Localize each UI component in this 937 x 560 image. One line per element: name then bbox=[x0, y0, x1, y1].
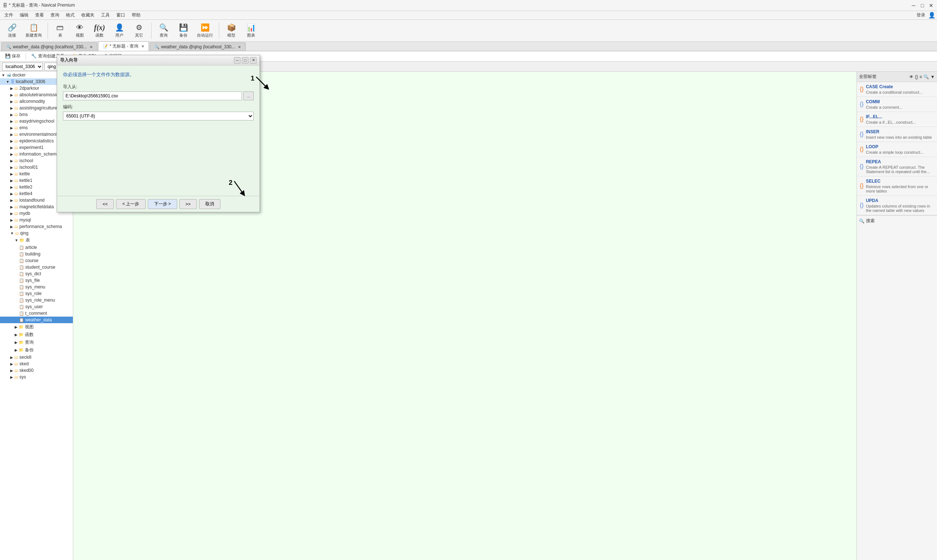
dialog-title: 导入向导 bbox=[60, 57, 78, 63]
import-from-label: 导入从: bbox=[63, 84, 254, 90]
import-from-row: 导入从: ... bbox=[63, 84, 254, 100]
dialog-overlay: 导入向导 ─ □ ✕ 你必须选择一个文件作为数据源。 导入从: ... 编码: … bbox=[0, 0, 937, 560]
dialog-minimize-button[interactable]: ─ bbox=[234, 57, 240, 64]
svg-text:2: 2 bbox=[229, 179, 232, 186]
first-step-button[interactable]: << bbox=[96, 199, 114, 209]
encoding-label: 编码: bbox=[63, 104, 254, 110]
annotation-arrow-1: 1 bbox=[249, 73, 271, 97]
dialog-content: 你必须选择一个文件作为数据源。 导入从: ... 编码: 65001 (UTF-… bbox=[57, 66, 260, 196]
svg-text:1: 1 bbox=[251, 75, 254, 82]
dialog-spacer bbox=[63, 124, 254, 190]
svg-line-1 bbox=[256, 77, 267, 88]
import-from-input-row: ... bbox=[63, 91, 254, 100]
dialog-close-button[interactable]: ✕ bbox=[250, 57, 257, 64]
dialog-titlebar: 导入向导 ─ □ ✕ bbox=[57, 55, 260, 66]
cancel-button[interactable]: 取消 bbox=[199, 199, 220, 209]
dialog-title-buttons: ─ □ ✕ bbox=[234, 57, 257, 64]
last-step-button[interactable]: >> bbox=[179, 199, 197, 209]
dialog-prompt: 你必须选择一个文件作为数据源。 bbox=[63, 71, 254, 78]
import-from-input[interactable] bbox=[63, 91, 242, 100]
annotation-arrow-2: 2 bbox=[227, 177, 249, 201]
next-step-button[interactable]: 下一步 > bbox=[148, 199, 177, 209]
encoding-select[interactable]: 65001 (UTF-8) 936 (GBK) UTF-16 ASCII bbox=[63, 112, 254, 120]
encoding-row: 编码: 65001 (UTF-8) 936 (GBK) UTF-16 ASCII bbox=[63, 104, 254, 120]
dialog-maximize-button[interactable]: □ bbox=[242, 57, 249, 64]
prev-step-button[interactable]: < 上一步 bbox=[116, 199, 145, 209]
svg-line-3 bbox=[234, 181, 243, 194]
